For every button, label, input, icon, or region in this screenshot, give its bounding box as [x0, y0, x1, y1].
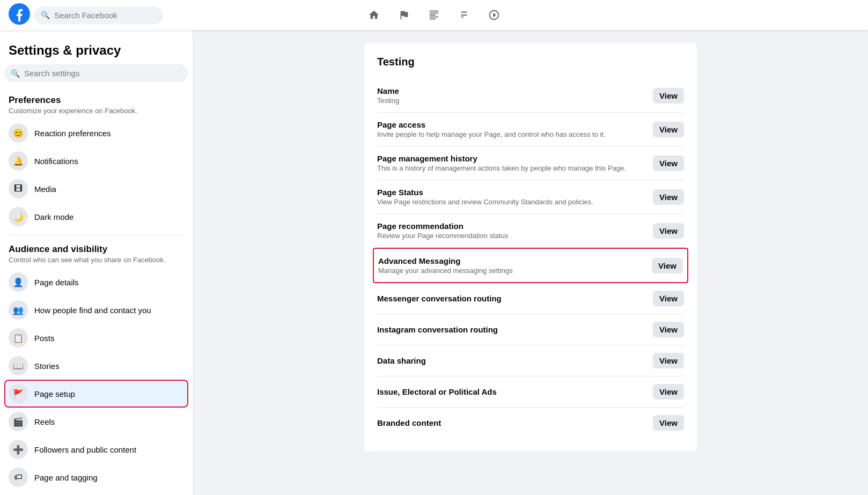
view-btn-issue-ads[interactable]: View	[653, 384, 684, 400]
sidebar: Settings & privacy 🔍 Preferences Customi…	[0, 30, 193, 495]
sidebar-item-label: Stories	[34, 361, 60, 371]
media-icon: 🎞	[9, 179, 28, 198]
row-text-issue-ads: Issue, Electoral or Political Ads	[377, 387, 497, 396]
sidebar-item-label: Dark mode	[34, 212, 73, 221]
view-btn-name[interactable]: View	[653, 88, 684, 104]
facebook-logo[interactable]	[9, 3, 30, 27]
sidebar-item-page-setup[interactable]: 🚩 Page setup	[4, 380, 188, 408]
settings-row-name: Name Testing View	[377, 79, 684, 113]
row-desc-name: Testing	[377, 97, 399, 105]
row-desc-page-access: Invite people to help manage your Page, …	[377, 130, 606, 138]
view-btn-instagram-routing[interactable]: View	[653, 322, 684, 337]
row-label-data-sharing: Data sharing	[377, 356, 426, 365]
dark-mode-icon: 🌙	[9, 207, 28, 226]
panel-title: Testing	[377, 56, 684, 68]
row-text-page-access: Page access Invite people to help manage…	[377, 120, 606, 138]
nav-center-icons	[361, 2, 507, 28]
view-btn-page-access[interactable]: View	[653, 122, 684, 137]
row-text-instagram-routing: Instagram conversation routing	[377, 325, 498, 334]
sidebar-item-label: Reaction preferences	[34, 129, 111, 138]
reaction-preferences-icon: 😊	[9, 123, 28, 143]
sidebar-item-reels[interactable]: 🎬 Reels	[4, 408, 188, 435]
search-icon: 🔍	[41, 11, 50, 19]
settings-row-page-access: Page access Invite people to help manage…	[377, 113, 684, 146]
sidebar-search-input[interactable]	[24, 69, 182, 78]
row-label-page-recommendation: Page recommendation	[377, 221, 508, 231]
posts-icon: 📋	[9, 328, 28, 348]
settings-panel: Testing Name Testing View Page access In…	[364, 43, 697, 451]
home-icon[interactable]	[361, 2, 387, 28]
stories-icon: 📖	[9, 356, 28, 375]
settings-row-advanced-messaging: Advanced Messaging Manage your advanced …	[373, 248, 688, 283]
sidebar-search-icon: 🔍	[11, 69, 20, 78]
audience-section-subtitle: Control who can see what you share on Fa…	[4, 256, 188, 268]
sidebar-item-label: Page and tagging	[34, 473, 98, 482]
sidebar-item-followers-public[interactable]: ➕ Followers and public content	[4, 435, 188, 463]
row-text-page-recommendation: Page recommendation Review your Page rec…	[377, 221, 508, 240]
reels-icon: 🎬	[9, 412, 28, 431]
settings-row-branded-content: Branded content View	[377, 408, 684, 438]
page-details-icon: 👤	[9, 272, 28, 292]
sidebar-item-notifications[interactable]: 🔔 Notifications	[4, 147, 188, 175]
view-btn-branded-content[interactable]: View	[653, 415, 684, 431]
row-label-instagram-routing: Instagram conversation routing	[377, 325, 498, 334]
megaphone-icon[interactable]	[451, 2, 477, 28]
settings-row-data-sharing: Data sharing View	[377, 345, 684, 376]
row-label-page-mgmt-history: Page management history	[377, 154, 626, 163]
flag-icon[interactable]	[391, 2, 417, 28]
notifications-icon: 🔔	[9, 151, 28, 171]
nav-search-input[interactable]	[54, 11, 157, 20]
page-tagging-icon: 🏷	[9, 468, 28, 487]
sidebar-item-page-tagging[interactable]: 🏷 Page and tagging	[4, 463, 188, 491]
content-area: Testing Name Testing View Page access In…	[193, 30, 868, 495]
view-btn-messenger-routing[interactable]: View	[653, 291, 684, 306]
sidebar-item-dark-mode[interactable]: 🌙 Dark mode	[4, 203, 188, 231]
row-text-messenger-routing: Messenger conversation routing	[377, 294, 502, 303]
sidebar-divider	[9, 235, 184, 235]
sidebar-item-reaction-preferences[interactable]: 😊 Reaction preferences	[4, 119, 188, 147]
play-icon[interactable]	[481, 2, 507, 28]
view-btn-advanced-messaging[interactable]: View	[652, 258, 683, 274]
view-btn-page-mgmt-history[interactable]: View	[653, 156, 684, 171]
row-label-issue-ads: Issue, Electoral or Political Ads	[377, 387, 497, 396]
row-label-name: Name	[377, 86, 399, 95]
settings-row-page-recommendation: Page recommendation Review your Page rec…	[377, 214, 684, 248]
row-text-branded-content: Branded content	[377, 418, 441, 427]
row-desc-page-recommendation: Review your Page recommendation status	[377, 232, 508, 240]
row-label-messenger-routing: Messenger conversation routing	[377, 294, 502, 303]
sidebar-item-how-people-find[interactable]: 👥 How people find and contact you	[4, 296, 188, 324]
sidebar-item-label: Followers and public content	[34, 445, 136, 454]
chart-icon[interactable]	[421, 2, 447, 28]
sidebar-search-box[interactable]: 🔍	[4, 64, 188, 82]
settings-row-page-mgmt-history: Page management history This is a histor…	[377, 146, 684, 180]
main-layout: Settings & privacy 🔍 Preferences Customi…	[0, 30, 868, 495]
sidebar-item-label: Page setup	[34, 389, 75, 398]
sidebar-item-label: Page details	[34, 278, 79, 287]
row-text-page-mgmt-history: Page management history This is a histor…	[377, 154, 626, 172]
sidebar-item-media[interactable]: 🎞 Media	[4, 175, 188, 203]
row-label-advanced-messaging: Advanced Messaging	[378, 256, 513, 265]
sidebar-item-blocking[interactable]: 🚫 Blocking	[4, 491, 188, 495]
sidebar-title: Settings & privacy	[4, 39, 188, 60]
row-text-data-sharing: Data sharing	[377, 356, 426, 365]
sidebar-item-stories[interactable]: 📖 Stories	[4, 352, 188, 380]
row-text-page-status: Page Status View Page restrictions and r…	[377, 188, 593, 206]
sidebar-item-page-details[interactable]: 👤 Page details	[4, 268, 188, 296]
row-text-name: Name Testing	[377, 86, 399, 105]
view-btn-page-recommendation[interactable]: View	[653, 223, 684, 239]
view-btn-page-status[interactable]: View	[653, 189, 684, 205]
settings-row-issue-ads: Issue, Electoral or Political Ads View	[377, 376, 684, 408]
preferences-section-subtitle: Customize your experience on Facebook.	[4, 107, 188, 119]
view-btn-data-sharing[interactable]: View	[653, 353, 684, 368]
row-desc-advanced-messaging: Manage your advanced messaging settings	[378, 267, 513, 275]
sidebar-item-label: Notifications	[34, 157, 78, 166]
sidebar-item-posts[interactable]: 📋 Posts	[4, 324, 188, 352]
followers-icon: ➕	[9, 440, 28, 459]
row-label-page-status: Page Status	[377, 188, 593, 197]
page-setup-icon: 🚩	[9, 384, 28, 403]
row-desc-page-status: View Page restrictions and review Commun…	[377, 198, 593, 206]
settings-row-instagram-routing: Instagram conversation routing View	[377, 314, 684, 345]
nav-search-box[interactable]: 🔍	[34, 6, 163, 24]
how-people-find-icon: 👥	[9, 300, 28, 320]
settings-row-page-status: Page Status View Page restrictions and r…	[377, 180, 684, 214]
